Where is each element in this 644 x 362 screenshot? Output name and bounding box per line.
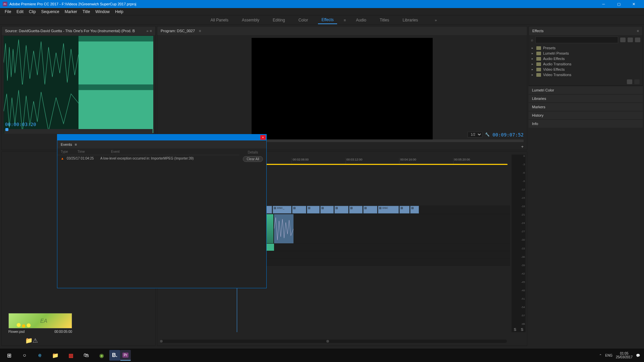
video-clip[interactable]: ▧ [292, 206, 306, 214]
source-overflow-icon[interactable]: » [146, 29, 148, 33]
menu-sequence[interactable]: Sequence [39, 9, 62, 15]
app-icon-b[interactable]: B. [109, 350, 120, 361]
scroll-handle-left[interactable] [160, 340, 163, 343]
video-clip[interactable]: ▧ [349, 206, 363, 214]
fx-badge-1-icon[interactable] [620, 38, 626, 42]
track-v1-content[interactable]: ▧ DSC_ ▧ DSC_ ▧ ▧ ▧ ▧ ▧ ▧ ▧ DSC ▧ ▧ [224, 205, 510, 214]
section-markers[interactable]: Markers [529, 103, 643, 111]
wrench-icon[interactable]: 🔧 [485, 132, 490, 137]
project-clip-item[interactable]: EA Flower.psd 00:00:05:00 [8, 313, 72, 334]
source-timecode[interactable]: 00:00:03:20 [5, 122, 36, 127]
notifications-icon[interactable]: 💬 [636, 354, 640, 357]
ws-editing[interactable]: Editing [269, 16, 288, 24]
section-lumetri-color[interactable]: Lumetri Color [529, 86, 643, 94]
time-ruler[interactable]: 00:01:04:00 00:02:08:00 00:03:12:00 00:0… [238, 158, 507, 164]
menu-window[interactable]: Window [93, 9, 112, 15]
ws-color[interactable]: Color [295, 16, 312, 24]
minimize-button[interactable]: ─ [596, 0, 611, 8]
maximize-button[interactable]: ▢ [611, 0, 626, 8]
effects-menu-icon[interactable]: ≡ [637, 29, 639, 33]
tree-presets[interactable]: ▸Presets [529, 45, 642, 51]
meter-solo-r[interactable]: S [521, 327, 523, 331]
program-menu-icon[interactable]: ≡ [199, 29, 201, 33]
store-icon[interactable]: 🛍 [78, 349, 94, 362]
tray-chevron-icon[interactable]: ⌃ [599, 354, 602, 357]
tree-video-transitions[interactable]: ▸Video Transitions [529, 72, 642, 77]
close-button[interactable]: ✕ [626, 0, 641, 8]
events-titlebar[interactable]: × [57, 134, 266, 140]
event-row[interactable]: ▲ 03/25/17 01:04:25 A low-level exceptio… [57, 155, 239, 162]
video-clip[interactable]: ▧ [410, 206, 419, 214]
fx-badge-3-icon[interactable] [635, 38, 640, 42]
program-tab[interactable]: Program: DSC_0027 [161, 29, 195, 33]
track-a3-content[interactable] [224, 251, 510, 258]
events-close-button[interactable]: × [260, 135, 266, 140]
source-menu-icon[interactable]: ≡ [150, 29, 152, 33]
svg-point-7 [22, 324, 25, 328]
add-button-icon[interactable]: + [521, 144, 524, 149]
video-clip[interactable]: ▧ [399, 206, 410, 214]
ws-effects-menu-icon[interactable]: ≡ [344, 18, 346, 22]
section-history[interactable]: History [529, 111, 643, 119]
tree-audio-effects[interactable]: ▸Audio Effects [529, 56, 642, 61]
track-a2-content[interactable] [224, 244, 510, 251]
program-timecode[interactable]: 00:09:07:52 [492, 132, 524, 137]
menu-marker[interactable]: Marker [62, 9, 80, 15]
col-details: Details [241, 150, 265, 155]
new-item-icon[interactable]: 📁⚠ [25, 337, 38, 344]
video-clip[interactable]: ▧ [320, 206, 334, 214]
app-icon-red[interactable]: ▩ [63, 349, 78, 362]
work-area-bar[interactable] [255, 164, 507, 165]
zoom-select[interactable]: 1/2 [468, 132, 482, 137]
section-info[interactable]: Info [529, 119, 643, 128]
menu-edit[interactable]: Edit [14, 9, 26, 15]
video-clip[interactable]: ▧ [334, 206, 348, 214]
edge-icon[interactable]: e [32, 349, 48, 362]
effects-search-input[interactable] [535, 37, 618, 43]
tray-clock[interactable]: 01:05 25/03/2017 [616, 352, 633, 359]
menu-clip[interactable]: Clip [26, 9, 39, 15]
program-monitor[interactable] [252, 38, 433, 140]
menu-help[interactable]: Help [112, 9, 126, 15]
new-bin-icon[interactable] [627, 79, 632, 84]
source-playhead-icon[interactable] [5, 128, 8, 131]
cortana-icon[interactable]: ○ [17, 349, 32, 362]
app-icon-green[interactable]: ◉ [94, 349, 109, 362]
delete-icon[interactable] [634, 79, 640, 84]
audio-clip[interactable] [274, 214, 293, 243]
video-clip[interactable]: ▧ [363, 206, 377, 214]
menu-file[interactable]: File [2, 9, 14, 15]
tray-lang[interactable]: ENG [605, 354, 612, 357]
track-master-content[interactable] [224, 258, 510, 265]
scroll-handle-right[interactable] [326, 340, 329, 343]
clear-all-button[interactable]: Clear All [243, 156, 263, 162]
video-clip[interactable]: ▧ [307, 206, 320, 214]
premiere-task-icon[interactable]: Pr [120, 350, 131, 361]
track-a1-content[interactable] [224, 214, 510, 243]
start-button[interactable]: ⊞ [1, 349, 17, 362]
menu-title[interactable]: Title [80, 9, 93, 15]
tree-audio-transitions[interactable]: ▸Audio Transitions [529, 61, 642, 67]
ws-effects[interactable]: Effects [318, 16, 337, 24]
tree-lumetri-presets[interactable]: ▸Lumetri Presets [529, 51, 642, 56]
events-menu-icon[interactable]: ≡ [75, 142, 77, 146]
ws-libraries[interactable]: Libraries [399, 16, 421, 24]
ws-titles[interactable]: Titles [376, 16, 392, 24]
ws-all-panels[interactable]: All Panels [207, 16, 232, 24]
video-clip[interactable]: ▧ DSC [378, 206, 399, 214]
source-tab[interactable]: Source: DavidGuetta-David Guetta - This … [5, 29, 135, 33]
fx-badge-2-icon[interactable] [628, 38, 633, 42]
source-ruler[interactable] [4, 129, 153, 134]
meter-solo-l[interactable]: S [514, 327, 516, 331]
events-tab[interactable]: Events ≡ [57, 140, 266, 148]
ws-assembly[interactable]: Assembly [238, 16, 263, 24]
timeline-h-scrollbar[interactable] [160, 340, 507, 343]
explorer-icon[interactable]: 📁 [48, 349, 63, 362]
section-libraries[interactable]: Libraries [529, 94, 643, 103]
video-clip[interactable]: ▧ DSC_ [273, 206, 291, 214]
ws-overflow-icon[interactable]: » [435, 18, 437, 22]
ws-audio[interactable]: Audio [353, 16, 370, 24]
source-waveform[interactable]: L R [4, 36, 153, 133]
effects-tab[interactable]: Effects [532, 29, 543, 33]
tree-video-effects[interactable]: ▸Video Effects [529, 67, 642, 72]
